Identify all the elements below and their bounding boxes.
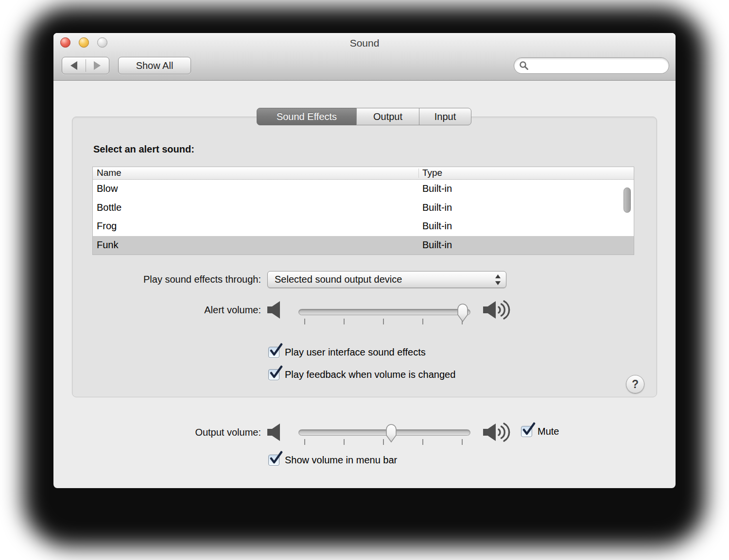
tab-input[interactable]: Input [419,108,471,125]
speaker-quiet-icon [267,423,284,444]
help-button[interactable]: ? [626,375,644,393]
sound-type: Built-in [422,202,452,213]
sound-type: Built-in [422,239,452,251]
speaker-loud-icon [483,298,511,323]
search-icon [519,61,529,70]
output-volume-ticks [304,439,463,445]
search-field[interactable] [514,57,669,74]
alert-sound-heading: Select an alert sound: [93,144,194,155]
show-volume-row: Show volume in menu bar [268,455,397,466]
sound-name: Bottle [97,202,122,213]
alert-volume-label: Alert volume: [204,305,261,316]
sound-name: Frog [97,221,117,232]
play-through-value: Selected sound output device [275,274,402,285]
alert-volume-slider [298,309,470,325]
tab-input-label: Input [434,111,456,122]
speaker-loud-icon [483,421,511,446]
alert-sound-table: Name Type Blow Built-in Bottle Built-in … [92,167,634,255]
forward-arrow-icon [93,61,102,70]
alert-volume-track[interactable] [298,309,470,315]
table-row[interactable]: Blow Built-in [93,180,634,199]
mute-label: Mute [538,426,559,437]
play-through-label: Play sound effects through: [143,274,261,285]
checkmark-icon [269,365,283,380]
table-row[interactable]: Bottle Built-in [93,199,634,218]
tab-output-label: Output [373,111,402,122]
window-title: Sound [53,37,676,49]
scrollbar-thumb[interactable] [624,187,631,213]
popup-arrows-icon [495,274,501,286]
search-input[interactable] [532,60,666,71]
ui-sound-effects-label: Play user interface sound effects [285,347,426,358]
mute-checkbox[interactable] [521,426,532,437]
titlebar: Sound Show All [53,33,676,81]
sound-type: Built-in [422,183,452,194]
volume-feedback-row: Play feedback when volume is changed [268,369,455,380]
checkmark-icon [269,451,283,465]
output-volume-label: Output volume: [195,427,261,438]
checkmark-icon [521,422,536,437]
navigation-buttons [62,57,109,74]
output-volume-slider [298,429,470,446]
sound-name: Blow [97,183,118,194]
back-button[interactable] [62,57,86,74]
volume-feedback-checkbox[interactable] [268,369,279,380]
alert-volume-thumb[interactable] [455,302,470,322]
column-divider [418,169,419,178]
column-header-name[interactable]: Name [97,168,122,178]
show-volume-checkbox[interactable] [268,455,279,466]
show-all-button[interactable]: Show All [118,57,191,74]
ui-sound-effects-checkbox[interactable] [268,347,279,358]
alert-volume-ticks [304,319,463,324]
table-row[interactable]: Funk Built-in [93,236,634,255]
table-row[interactable]: Frog Built-in [93,217,634,236]
forward-button[interactable] [86,57,109,74]
table-header[interactable]: Name Type [93,167,634,180]
sound-type: Built-in [422,221,452,232]
speaker-quiet-icon [267,300,284,322]
show-volume-label: Show volume in menu bar [285,455,397,466]
tab-output[interactable]: Output [356,108,419,125]
column-header-type[interactable]: Type [422,168,442,178]
output-volume-thumb[interactable] [384,422,399,443]
volume-feedback-label: Play feedback when volume is changed [285,369,455,380]
sound-name: Funk [97,239,118,251]
sound-preferences-window: Sound Show All Sound Effects [53,33,676,488]
tab-sound-effects-label: Sound Effects [277,111,337,122]
help-label: ? [632,378,639,391]
mute-row: Mute [521,426,559,437]
checkmark-icon [269,343,283,357]
tab-bar: Sound Effects Output Input [257,108,471,125]
ui-sound-effects-row: Play user interface sound effects [268,347,426,358]
tab-sound-effects[interactable]: Sound Effects [257,108,357,125]
play-through-popup[interactable]: Selected sound output device [267,271,506,288]
back-arrow-icon [69,61,78,70]
show-all-label: Show All [136,60,174,71]
